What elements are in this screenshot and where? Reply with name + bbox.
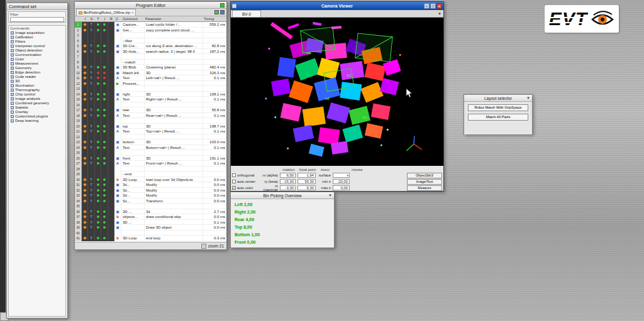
- trigger-flag-icon[interactable]: T: [88, 236, 94, 241]
- flag-cell[interactable]: [108, 75, 114, 81]
- flag-cell[interactable]: [82, 231, 88, 236]
- command-item[interactable]: Overlay: [9, 110, 65, 114]
- program-row[interactable]: 22: [75, 134, 226, 140]
- flag-cell[interactable]: [101, 231, 108, 236]
- flag-cell[interactable]: [95, 166, 101, 172]
- trigger-flag-icon[interactable]: T: [88, 225, 94, 231]
- minimize-button[interactable]: –: [424, 3, 430, 9]
- program-row[interactable]: 39T▣Draw 3D object0.0 ms: [75, 225, 226, 231]
- program-row[interactable]: 14T▣right3D108.1 ms: [75, 92, 226, 97]
- layout-button[interactable]: Robot Match With GripSpace: [468, 104, 528, 111]
- flag-cell[interactable]: [108, 220, 114, 226]
- command-item[interactable]: Image acquisition: [9, 31, 65, 35]
- maximize-button[interactable]: □: [430, 3, 436, 9]
- object3d-button[interactable]: Object3dx3: [407, 173, 442, 178]
- trigger-flag-icon[interactable]: T: [88, 43, 94, 49]
- flag-cell[interactable]: [88, 231, 94, 236]
- flag-cell[interactable]: [108, 199, 114, 204]
- program-row[interactable]: 7: [75, 54, 226, 60]
- program-row[interactable]: 18TATextRear<val> | Result ...0.1 ms: [75, 113, 226, 119]
- program-tab[interactable]: BinPickingRobot_Offline.zip ×: [76, 9, 136, 16]
- flag-cell[interactable]: [108, 209, 114, 215]
- flag-cell[interactable]: [108, 182, 114, 188]
- flag-cell[interactable]: [82, 102, 88, 108]
- command-item[interactable]: Edge detection: [9, 70, 65, 75]
- flag-cell[interactable]: [82, 38, 88, 44]
- trigger-flag-icon[interactable]: T: [88, 70, 94, 76]
- trigger-flag-icon[interactable]: T: [88, 75, 94, 81]
- flag-cell[interactable]: [108, 118, 114, 124]
- flag-cell[interactable]: [108, 81, 114, 87]
- flag-cell[interactable]: [108, 86, 114, 92]
- flag-cell[interactable]: [101, 171, 108, 177]
- close-button[interactable]: ×: [436, 3, 442, 9]
- flag-cell[interactable]: [82, 33, 88, 38]
- command-item[interactable]: Object detection: [9, 48, 65, 53]
- program-row[interactable]: 15TATextRight<val> | Result ...0.1 ms: [75, 97, 226, 102]
- program-row[interactable]: 30Tb3D Loopstart loop over 3d ObjectList…: [75, 177, 226, 183]
- command-item[interactable]: Thermography: [9, 88, 65, 92]
- program-row[interactable]: 34T▣Sc...Transform0.0 ms: [75, 199, 226, 204]
- toolbar-settings-icon[interactable]: [220, 10, 225, 14]
- flag-cell[interactable]: [101, 33, 108, 38]
- flag-cell[interactable]: [82, 118, 88, 124]
- command-item[interactable]: Communication: [9, 53, 65, 57]
- flag-cell[interactable]: [101, 166, 108, 172]
- flag-cell[interactable]: [108, 236, 114, 241]
- program-row[interactable]: 4--filter: [75, 38, 226, 44]
- surface-select[interactable]: ▾: [333, 173, 350, 178]
- flag-cell[interactable]: [108, 97, 114, 102]
- image-text-button[interactable]: Image/Text: [407, 179, 442, 185]
- program-row[interactable]: 35: [75, 204, 226, 209]
- command-item[interactable]: Deep learning: [9, 119, 65, 123]
- point-cloud-canvas[interactable]: b4 b1 b6 b3: [231, 18, 443, 166]
- program-row[interactable]: 6T▣3D Hole...search radius: 3 | target: …: [75, 49, 226, 55]
- flag-cell[interactable]: [108, 156, 114, 161]
- bin-picking-header[interactable]: Bin Picking Overview ▼: [231, 192, 334, 199]
- flag-cell[interactable]: [82, 166, 88, 172]
- flag-cell[interactable]: [95, 33, 101, 38]
- program-row[interactable]: 11TATextLeft<val> | Result ...0.1 ms: [75, 75, 226, 81]
- command-item[interactable]: Image analysis: [9, 97, 65, 101]
- flag-cell[interactable]: [101, 102, 108, 108]
- command-item[interactable]: Code reader: [9, 75, 65, 79]
- flag-cell[interactable]: [101, 86, 108, 92]
- flag-cell[interactable]: [108, 124, 114, 129]
- flag-cell[interactable]: [101, 150, 108, 156]
- command-item[interactable]: Calibration: [9, 35, 65, 40]
- trigger-flag-icon[interactable]: T: [88, 182, 94, 188]
- program-row[interactable]: 10T▣Match left3D326.3 ms: [75, 70, 226, 76]
- flag-cell[interactable]: [108, 134, 114, 140]
- flag-cell[interactable]: [88, 166, 94, 172]
- trigger-flag-icon[interactable]: T: [88, 220, 94, 226]
- program-row[interactable]: 29--end: [75, 171, 226, 177]
- program-row[interactable]: 3: [75, 33, 226, 38]
- program-row[interactable]: 31T▣3d...Modify0.0 ms: [75, 182, 226, 188]
- flag-cell[interactable]: [95, 171, 101, 177]
- command-item[interactable]: Geometry: [9, 66, 65, 70]
- program-row[interactable]: 40: [75, 231, 226, 236]
- program-row[interactable]: 36T▣3D ...3d2.7 ms: [75, 209, 226, 215]
- flag-cell[interactable]: [108, 113, 114, 119]
- trigger-flag-icon[interactable]: T: [88, 161, 94, 166]
- flag-cell[interactable]: [108, 60, 114, 65]
- program-row[interactable]: 21TATextTop<val> | Result ...0.1 ms: [75, 129, 226, 134]
- flag-cell[interactable]: [95, 102, 101, 108]
- flag-cell[interactable]: [101, 38, 108, 44]
- flag-cell[interactable]: [95, 38, 101, 44]
- auto-color-checkbox[interactable]: auto color: [232, 186, 260, 190]
- zoom-button[interactable]: [201, 244, 206, 249]
- flag-cell[interactable]: [95, 204, 101, 209]
- command-item[interactable]: Color: [9, 57, 65, 62]
- flag-cell[interactable]: [108, 129, 114, 134]
- filter-input[interactable]: [10, 17, 64, 22]
- flag-cell[interactable]: [101, 60, 108, 65]
- trigger-flag-icon[interactable]: T: [88, 92, 94, 97]
- flag-cell[interactable]: [108, 188, 114, 193]
- trigger-flag-icon[interactable]: T: [88, 156, 94, 161]
- program-row[interactable]: 13: [75, 86, 226, 92]
- command-item[interactable]: Illumination: [9, 84, 65, 88]
- rz-field[interactable]: -3,30: [280, 185, 296, 190]
- flag-cell[interactable]: [108, 231, 114, 236]
- orthogonal-checkbox[interactable]: orthogonal: [232, 173, 260, 177]
